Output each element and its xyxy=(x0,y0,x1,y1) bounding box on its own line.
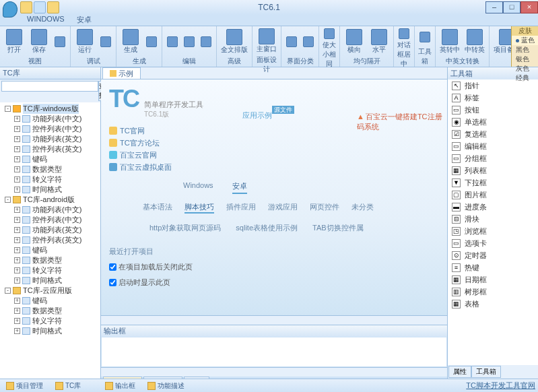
tree-node[interactable]: +时间格式 xyxy=(0,185,100,195)
tree-node[interactable]: +功能列表(英文) xyxy=(0,134,100,144)
toolbox-item[interactable]: ☑复选框 xyxy=(448,128,538,140)
tree-node[interactable]: +时间格式 xyxy=(0,326,100,336)
status-tab[interactable]: TC库 xyxy=(52,381,84,391)
footer-link[interactable]: TC脚本开发工具官网 xyxy=(466,381,535,391)
skin-option[interactable]: 蓝色 xyxy=(512,36,538,45)
category-tab[interactable]: 网页控件 xyxy=(310,202,339,214)
start-link[interactable]: TC官方论坛 xyxy=(109,137,439,149)
platform-tab[interactable]: 安卓 xyxy=(232,181,247,194)
skin-option[interactable]: 经典 xyxy=(512,73,538,83)
ribbon-button[interactable] xyxy=(199,28,213,56)
tree-node[interactable]: +数据类型 xyxy=(0,255,100,265)
example-link[interactable]: TAB切换控件属 xyxy=(312,223,364,233)
tree-node[interactable]: +数据类型 xyxy=(0,164,100,174)
ribbon-button[interactable] xyxy=(144,28,159,56)
toolbox-item[interactable]: ▭按钮 xyxy=(448,104,538,116)
ribbon-button[interactable] xyxy=(165,28,180,56)
ribbon-button[interactable] xyxy=(397,28,411,40)
tree-node[interactable]: +转义字符 xyxy=(0,265,100,275)
checkbox-close-on-load[interactable]: 在项目加载后关闭此页 xyxy=(109,262,439,272)
ribbon-button[interactable]: 保存 xyxy=(28,28,51,56)
ribbon-button[interactable]: 英转中 xyxy=(438,28,461,56)
category-tab[interactable]: 插件应用 xyxy=(226,202,256,214)
qat-open-icon[interactable] xyxy=(34,1,46,13)
toolbox-item[interactable]: ⊟滑块 xyxy=(448,213,538,225)
category-tab[interactable]: 脚本技巧 xyxy=(184,202,214,214)
toolbox-item[interactable]: ▥树形框 xyxy=(448,286,538,298)
toolbox-item[interactable]: ▭选项卡 xyxy=(448,237,538,249)
toolbox-item[interactable]: ▦列表框 xyxy=(448,164,538,176)
ribbon-button[interactable] xyxy=(322,28,337,40)
qat-new-icon[interactable] xyxy=(20,1,32,13)
menu-android[interactable]: 安卓 xyxy=(77,15,92,26)
ribbon-button[interactable] xyxy=(417,28,432,46)
toolbox-item[interactable]: ▭编辑框 xyxy=(448,140,538,152)
tree-node[interactable]: -TC库-android版 xyxy=(0,195,100,205)
tree-node[interactable]: +转义字符 xyxy=(0,174,100,185)
tree-node[interactable]: +控件列表(中文) xyxy=(0,215,100,225)
right-tab[interactable]: 属性 xyxy=(448,366,471,378)
example-link[interactable]: sqlite表格使用示例 xyxy=(236,223,298,233)
ribbon-button[interactable] xyxy=(301,28,316,56)
start-link[interactable]: 百宝云官网 xyxy=(109,149,439,161)
toolbox-item[interactable]: ⊙定时器 xyxy=(448,249,538,261)
tree-node[interactable]: +控件列表(英文) xyxy=(0,144,100,154)
toolbox-item[interactable]: ▢图片框 xyxy=(448,189,538,201)
ribbon-button[interactable]: 横向 xyxy=(343,28,366,56)
checkbox-show-on-start[interactable]: 启动时显示此页 xyxy=(109,277,439,288)
maximize-button[interactable]: □ xyxy=(503,1,520,13)
tree-node[interactable]: +功能列表(中文) xyxy=(0,114,100,124)
toolbox-item[interactable]: ◉单选框 xyxy=(448,116,538,128)
right-tab[interactable]: 工具箱 xyxy=(471,366,501,378)
ribbon-button[interactable]: 运行 xyxy=(73,28,96,56)
platform-tab[interactable]: Windows xyxy=(183,181,213,194)
tab-example[interactable]: 示例 xyxy=(102,67,141,79)
example-link[interactable]: http对象获取网页源码 xyxy=(149,223,221,233)
ribbon-button[interactable] xyxy=(53,28,67,56)
category-tab[interactable]: 游戏应用 xyxy=(268,202,298,214)
category-tab[interactable]: 基本语法 xyxy=(143,202,172,214)
ribbon-button[interactable] xyxy=(98,28,113,56)
toolbox-item[interactable]: ▼下拉框 xyxy=(448,176,538,189)
tree-node[interactable]: -TC库-windows版 xyxy=(0,104,100,114)
cloud-link[interactable]: 百宝云一键搭建TC注册码系统 xyxy=(357,112,447,132)
toolbox-item[interactable]: ▭分组框 xyxy=(448,152,538,164)
ribbon-button[interactable] xyxy=(284,28,299,56)
status-tab[interactable]: 项目管理 xyxy=(3,381,46,391)
tree-node[interactable]: +数据类型 xyxy=(0,306,100,316)
status-tab[interactable]: 功能描述 xyxy=(144,381,188,391)
toolbox-item[interactable]: ▬进度条 xyxy=(448,201,538,213)
library-tree[interactable]: -TC库-windows版+功能列表(中文)+控件列表(中文)+功能列表(英文)… xyxy=(0,102,100,379)
tree-node[interactable]: +转义字符 xyxy=(0,316,100,326)
ribbon-button[interactable]: 生成 xyxy=(119,28,142,56)
qat-save-icon[interactable] xyxy=(47,1,59,13)
tree-node[interactable]: -TC库-云应用版 xyxy=(0,286,100,296)
ribbon-button[interactable]: 主窗口 xyxy=(255,28,278,55)
horizontal-scrollbar[interactable] xyxy=(101,315,447,325)
tree-node[interactable]: +时间格式 xyxy=(0,275,100,286)
tree-node[interactable]: +键码 xyxy=(0,154,100,164)
toolbox-item[interactable]: A标签 xyxy=(448,92,538,104)
tree-node[interactable]: +键码 xyxy=(0,245,100,255)
skin-option[interactable]: 银色 xyxy=(512,55,538,64)
output-scrollbar[interactable] xyxy=(101,367,447,377)
menu-windows[interactable]: WINDOWS xyxy=(27,15,65,26)
skin-option[interactable]: 黑色 xyxy=(512,45,538,55)
start-link[interactable]: 百宝云虚拟桌面 xyxy=(109,161,439,173)
close-button[interactable]: × xyxy=(520,1,538,13)
status-tab[interactable]: 输出框 xyxy=(102,381,139,391)
ribbon-button[interactable]: 全文排版 xyxy=(220,28,249,56)
tree-node[interactable]: +功能列表(中文) xyxy=(0,205,100,215)
toolbox-item[interactable]: ◳浏览框 xyxy=(448,225,538,237)
toolbox-item[interactable]: ≡热键 xyxy=(448,261,538,273)
ribbon-button[interactable]: 中转英 xyxy=(463,28,486,56)
tree-search-input[interactable] xyxy=(1,81,98,92)
tree-node[interactable]: +控件列表(中文) xyxy=(0,124,100,134)
ribbon-button[interactable] xyxy=(182,28,197,56)
ribbon-button[interactable]: 水平 xyxy=(368,28,391,56)
toolbox-item[interactable]: ▦表格 xyxy=(448,298,538,310)
app-logo[interactable] xyxy=(3,1,18,18)
toolbox-item[interactable]: ▦日期框 xyxy=(448,273,538,286)
tree-node[interactable]: +控件列表(英文) xyxy=(0,235,100,245)
tree-node[interactable]: +功能列表(英文) xyxy=(0,225,100,235)
